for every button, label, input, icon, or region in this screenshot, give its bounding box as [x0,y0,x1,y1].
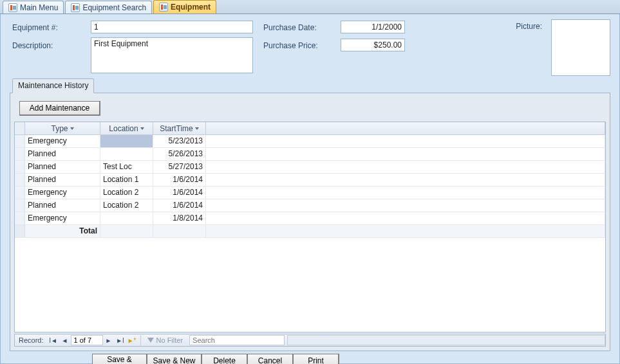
cell-empty [153,225,206,237]
table-row[interactable]: PlannedLocation 21/6/2014 [15,199,605,212]
no-filter-label: No Filter [156,336,183,344]
row-selector[interactable] [15,148,25,160]
column-label: Type [51,124,68,133]
save-new-button[interactable]: Save & New [147,354,202,364]
cell-location[interactable]: Location 2 [100,199,153,212]
cell-empty [206,174,605,186]
form-header-fields: Equipment #: Description: Purchase Date:… [1,14,619,78]
cell-starttime[interactable]: 5/27/2013 [153,161,206,173]
filter-icon [147,338,154,343]
nav-prev-button[interactable]: ◄ [59,334,71,346]
cell-location[interactable]: Location 1 [100,174,153,186]
form-icon [159,3,168,12]
cell-empty [206,187,605,199]
select-all-corner[interactable] [15,122,25,134]
cell-location[interactable]: Test Loc [100,161,153,173]
cell-location[interactable] [100,135,153,147]
nav-first-button[interactable]: I◄ [48,334,59,346]
cell-location[interactable] [100,212,153,224]
cell-location[interactable]: Location 2 [100,187,153,199]
horizontal-scrollbar[interactable] [287,335,605,345]
equipment-number-field[interactable] [91,21,253,33]
table-row[interactable]: PlannedTest Loc5/27/2013 [15,161,605,174]
column-label: StartTime [160,124,193,133]
tab-label: Equipment [171,3,211,12]
nav-next-button[interactable]: ► [103,334,115,346]
cell-empty [206,212,605,224]
cell-empty [206,161,605,173]
cell-starttime[interactable]: 1/6/2014 [153,174,206,186]
form-icon [71,3,80,12]
delete-button[interactable]: Delete [202,354,248,364]
row-selector[interactable] [15,199,25,212]
nav-search-field[interactable] [189,335,285,345]
cell-empty [100,225,153,237]
column-header-type[interactable]: Type [25,122,100,134]
cell-type[interactable]: Planned [25,161,100,173]
window-tab-strip: Main Menu Equipment Search Equipment [0,0,620,14]
table-row[interactable]: Emergency5/23/2013 [15,135,605,148]
record-navigation-bar: Record: I◄ ◄ ► ►I ►* No Filter [14,334,606,347]
tab-equipment[interactable]: Equipment [153,0,216,14]
subform-tabstrip: Maintenance History [1,78,619,93]
cell-type[interactable]: Emergency [25,212,100,224]
row-selector[interactable] [15,212,25,224]
cell-type[interactable]: Emergency [25,135,100,147]
cell-starttime[interactable]: 5/26/2013 [153,148,206,160]
purchase-date-field[interactable] [341,21,405,33]
tab-equipment-search[interactable]: Equipment Search [65,1,152,14]
cell-location[interactable] [100,148,153,160]
row-selector[interactable] [15,187,25,199]
table-row[interactable]: EmergencyLocation 21/6/2014 [15,187,605,199]
cell-type[interactable]: Planned [25,148,100,160]
column-header-location[interactable]: Location [100,122,153,134]
cell-starttime[interactable]: 1/6/2014 [153,187,206,199]
row-selector[interactable] [15,174,25,186]
tab-main-menu[interactable]: Main Menu [3,1,64,14]
maintenance-datasheet: Type Location StartTime Emergency5/23/20… [14,122,606,332]
column-header-starttime[interactable]: StartTime [153,122,206,134]
total-row: Total [15,225,605,238]
description-field[interactable] [91,37,253,73]
cell-starttime[interactable]: 1/8/2014 [153,212,206,224]
nav-record-label: Record: [15,336,48,344]
cell-empty [206,199,605,212]
form-action-bar: Save & Close Save & New Delete Cancel Pr… [92,354,619,364]
cell-empty [206,225,605,237]
chevron-down-icon [70,127,74,130]
purchase-price-field[interactable] [341,39,405,51]
table-row[interactable]: Emergency1/8/2014 [15,212,605,225]
print-button[interactable]: Print [293,354,339,364]
save-close-button[interactable]: Save & Close [92,354,147,364]
cell-type[interactable]: Planned [25,199,100,212]
nav-position-field[interactable] [71,335,103,345]
tab-label: Main Menu [20,3,58,12]
column-header-empty [206,122,605,134]
cell-type[interactable]: Emergency [25,187,100,199]
nav-no-filter[interactable]: No Filter [144,336,187,344]
label-equipment-number: Equipment #: [12,23,58,32]
row-selector[interactable] [15,135,25,147]
tab-maintenance-history[interactable]: Maintenance History [12,78,94,93]
label-purchase-price: Purchase Price: [263,41,318,50]
cell-type[interactable]: Planned [25,174,100,186]
table-row[interactable]: Planned5/26/2013 [15,148,605,161]
label-picture: Picture: [516,22,542,31]
add-maintenance-button[interactable]: Add Maintenance [19,101,100,116]
datasheet-body: Emergency5/23/2013Planned5/26/2013Planne… [15,135,605,238]
nav-new-record-button[interactable]: ►* [126,334,138,346]
nav-last-button[interactable]: ►I [115,334,126,346]
chevron-down-icon [195,127,199,130]
maintenance-history-panel: Add Maintenance Type Location StartTime … [10,93,610,351]
table-row[interactable]: PlannedLocation 11/6/2014 [15,174,605,187]
cancel-button[interactable]: Cancel [247,354,294,364]
cell-total-label: Total [25,225,100,237]
label-description: Description: [12,41,53,50]
row-selector[interactable] [15,161,25,173]
cell-empty [206,135,605,147]
cell-starttime[interactable]: 5/23/2013 [153,135,206,147]
cell-starttime[interactable]: 1/6/2014 [153,199,206,212]
separator [140,335,141,345]
picture-box[interactable] [551,19,610,76]
tab-label: Equipment Search [82,3,146,12]
